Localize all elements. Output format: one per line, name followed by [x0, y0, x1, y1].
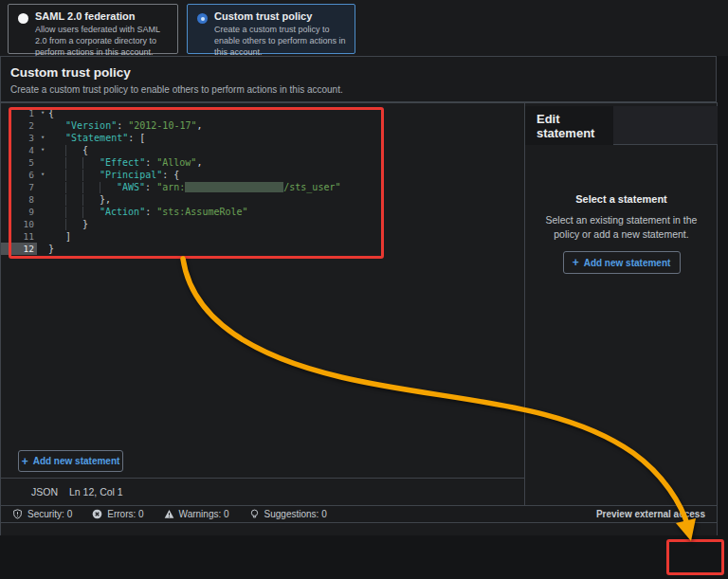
validation-bar: Security: 0 Errors: 0 Warnings: 0 Sugges…	[1, 505, 717, 523]
code-token: },	[100, 194, 111, 205]
indent-guide	[65, 207, 82, 218]
line-number: 11	[1, 230, 37, 243]
code-line[interactable]: 8},	[1, 193, 524, 206]
fold-arrow-icon[interactable]: ▾	[37, 132, 48, 144]
indent-guide	[65, 219, 82, 230]
indent-guide	[48, 157, 65, 169]
errors-count-label: Errors: 0	[107, 509, 143, 519]
code-line[interactable]: 7"AWS": "arn:/sts_user"	[1, 181, 524, 193]
line-number: 12	[1, 243, 37, 255]
radio-saml-federation[interactable]	[18, 13, 28, 24]
indent-guide	[48, 182, 65, 193]
indent-guide	[48, 170, 65, 181]
page-subtitle: Create a custom trust policy to enable o…	[10, 84, 706, 95]
indent-guide	[48, 133, 65, 144]
code-line[interactable]: 11]	[1, 230, 524, 243]
indent-guide	[65, 145, 82, 156]
indent-guide	[48, 231, 65, 243]
code-editor[interactable]: 1▾{2"Version": "2012-10-17",3▾"Statement…	[1, 107, 524, 255]
edit-statement-panel: Edit statement Select a statement Select…	[525, 103, 718, 505]
code-line[interactable]: 1▾{	[1, 107, 524, 119]
code-line[interactable]: 12}	[1, 243, 524, 255]
indent-guide	[48, 194, 65, 206]
indent-guide	[48, 120, 65, 132]
indent-guide	[82, 207, 100, 218]
code-token: }	[48, 244, 54, 254]
code-line[interactable]: 6▾"Principal": {	[1, 169, 524, 181]
warnings-count-label: Warnings: 0	[179, 509, 229, 519]
error-circle-icon	[92, 509, 102, 519]
indent-guide	[65, 194, 82, 206]
statement-empty-state: Select a statement Select an existing st…	[525, 193, 718, 274]
code-token: "sts:AssumeRole"	[156, 207, 247, 217]
code-content: "Principal": {	[48, 169, 179, 181]
plus-icon: +	[573, 257, 579, 268]
code-line[interactable]: 10}	[1, 218, 524, 230]
suggestions-count: Suggestions: 0	[249, 509, 327, 519]
code-token: : {	[162, 170, 179, 180]
plus-icon: +	[22, 456, 28, 467]
code-token: "2012-10-17"	[128, 120, 196, 131]
indent-guide	[82, 170, 100, 181]
indent-guide	[82, 194, 100, 206]
radio-custom-trust-policy[interactable]	[197, 13, 208, 24]
code-content: {	[48, 107, 54, 119]
code-token: {	[48, 108, 54, 118]
redaction-overlay	[185, 182, 283, 192]
code-content: }	[48, 243, 54, 255]
empty-state-description: Select an existing statement in the poli…	[535, 213, 708, 241]
code-token: "Version"	[65, 120, 117, 131]
add-new-statement-button-panel[interactable]: + Add new statement	[563, 251, 681, 274]
fold-arrow-icon[interactable]: ▾	[37, 144, 48, 156]
indent-guide	[65, 170, 82, 181]
code-content: "Action": "sts:AssumeRole"	[48, 206, 248, 218]
add-new-statement-label: Add new statement	[33, 456, 120, 466]
code-token: "Effect"	[100, 157, 145, 168]
editor-language-label: JSON	[31, 486, 58, 498]
code-token: "Principal"	[100, 170, 162, 180]
code-token: ,	[196, 157, 202, 168]
lightbulb-icon	[249, 509, 260, 519]
code-line[interactable]: 9"Action": "sts:AssumeRole"	[1, 206, 524, 218]
empty-state-title: Select a statement	[535, 193, 708, 205]
add-new-statement-label: Add new statement	[584, 258, 671, 268]
tile-custom-title: Custom trust policy	[214, 10, 347, 22]
code-token: {	[82, 145, 88, 155]
code-content: }	[48, 218, 88, 230]
edit-statement-title: Edit statement	[537, 112, 613, 140]
indent-guide	[48, 207, 65, 218]
line-number: 6	[1, 169, 37, 181]
fold-arrow-icon[interactable]: ▾	[37, 107, 48, 119]
code-content: },	[48, 193, 111, 206]
page-title: Custom trust policy	[10, 65, 706, 80]
line-number: 9	[1, 206, 37, 218]
shield-icon	[12, 509, 23, 519]
line-number: 3	[1, 132, 37, 144]
code-line[interactable]: 2"Version": "2012-10-17",	[1, 119, 524, 132]
tile-custom-trust-policy[interactable]: Custom trust policy Create a custom trus…	[187, 4, 355, 54]
tile-saml-federation[interactable]: SAML 2.0 federation Allow users federate…	[8, 4, 178, 54]
cursor-position-label: Ln 12, Col 1	[69, 486, 123, 498]
code-content: {	[48, 144, 88, 156]
code-line[interactable]: 3▾"Statement": [	[1, 132, 524, 144]
indent-guide	[65, 182, 82, 193]
code-token: ,	[196, 120, 202, 131]
code-token: "Action"	[100, 207, 145, 217]
warnings-count: Warnings: 0	[164, 509, 229, 519]
code-line[interactable]: 5"Effect": "Allow",	[1, 156, 524, 169]
code-line[interactable]: 4▾{	[1, 144, 524, 156]
security-count: Security: 0	[12, 509, 72, 519]
indent-guide	[82, 157, 100, 169]
security-count-label: Security: 0	[27, 509, 72, 519]
fold-arrow-icon[interactable]: ▾	[37, 169, 48, 181]
code-token: }	[82, 219, 88, 229]
wizard-footer: Cancel Next	[0, 535, 728, 579]
line-number: 1	[1, 107, 37, 119]
code-token: :	[117, 120, 128, 131]
indent-guide	[82, 182, 100, 193]
preview-external-access-link[interactable]: Preview external access	[596, 509, 705, 519]
add-new-statement-button-editor[interactable]: + Add new statement	[18, 450, 123, 472]
code-content: "Version": "2012-10-17",	[48, 119, 203, 132]
panel-tabbar-spacer	[613, 106, 718, 145]
code-content: "Effect": "Allow",	[48, 156, 202, 169]
